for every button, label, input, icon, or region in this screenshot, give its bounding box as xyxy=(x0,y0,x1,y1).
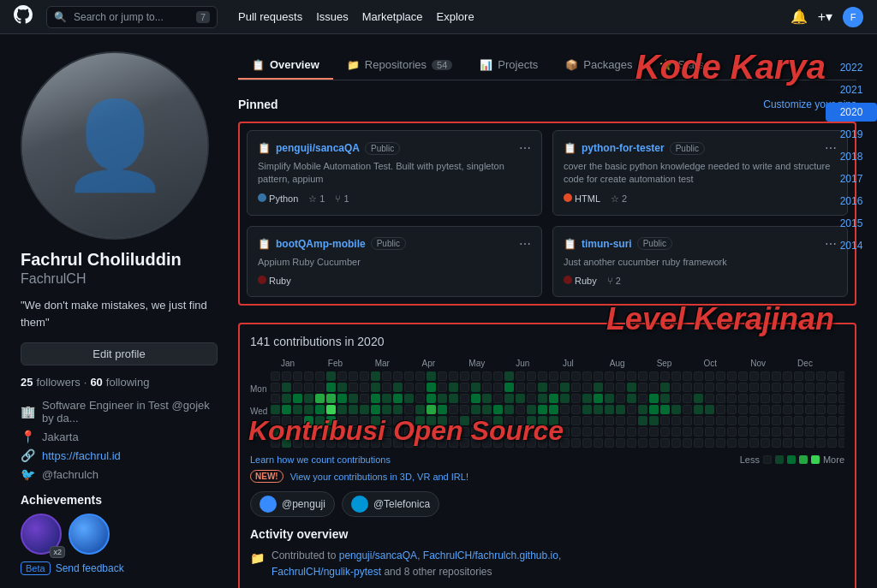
cell-w10-d2[interactable] xyxy=(382,394,391,403)
cell-w25-d4[interactable] xyxy=(549,416,558,425)
cell-w16-d5[interactable] xyxy=(449,427,458,437)
cell-w32-d6[interactable] xyxy=(627,438,636,448)
cell-w1-d2[interactable] xyxy=(282,394,291,403)
view-3d-link[interactable]: View your contributions in 3D, VR and IR… xyxy=(290,472,468,482)
edit-profile-button[interactable]: Edit profile xyxy=(21,342,218,365)
cell-w31-d4[interactable] xyxy=(616,416,625,425)
cell-w24-d3[interactable] xyxy=(538,405,547,414)
cell-w11-d3[interactable] xyxy=(393,405,403,414)
cell-w26-d3[interactable] xyxy=(560,405,570,414)
cell-w46-d3[interactable] xyxy=(783,405,792,414)
cell-w8-d0[interactable] xyxy=(360,371,369,381)
tab-repositories[interactable]: 📁 Repositories 54 xyxy=(333,51,467,80)
cell-w40-d4[interactable] xyxy=(716,416,725,425)
cell-w40-d2[interactable] xyxy=(716,394,725,403)
cell-w29-d5[interactable] xyxy=(594,427,603,437)
cell-w23-d0[interactable] xyxy=(527,371,536,381)
cell-w30-d3[interactable] xyxy=(605,405,614,414)
cell-w2-d4[interactable] xyxy=(293,416,302,425)
cell-w49-d0[interactable] xyxy=(816,371,826,381)
cell-w33-d0[interactable] xyxy=(638,371,647,381)
tab-packages[interactable]: 📦 Packages xyxy=(552,51,646,80)
cell-w27-d5[interactable] xyxy=(571,427,581,437)
cell-w7-d3[interactable] xyxy=(349,405,358,414)
cell-w48-d5[interactable] xyxy=(805,427,814,437)
cell-w36-d4[interactable] xyxy=(671,416,681,425)
cell-w12-d6[interactable] xyxy=(404,438,414,448)
cell-w9-d5[interactable] xyxy=(371,427,380,437)
cell-w9-d4[interactable] xyxy=(371,416,380,425)
cell-w43-d3[interactable] xyxy=(749,405,759,414)
cell-w33-d3[interactable] xyxy=(638,405,647,414)
cell-w36-d6[interactable] xyxy=(671,438,681,448)
cell-w1-d0[interactable] xyxy=(282,371,291,381)
cell-w43-d6[interactable] xyxy=(749,438,759,448)
cell-w26-d4[interactable] xyxy=(560,416,570,425)
send-feedback-link[interactable]: Send feedback xyxy=(56,562,124,574)
cell-w22-d0[interactable] xyxy=(516,371,525,381)
cell-w16-d4[interactable] xyxy=(449,416,458,425)
cell-w48-d6[interactable] xyxy=(805,438,814,448)
cell-w31-d1[interactable] xyxy=(616,383,625,392)
cell-w30-d1[interactable] xyxy=(605,383,614,392)
search-bar[interactable]: 🔍 Search or jump to... 7 xyxy=(46,6,218,28)
year-2019[interactable]: 2019 xyxy=(826,125,877,144)
cell-w11-d5[interactable] xyxy=(393,427,403,437)
cell-w19-d5[interactable] xyxy=(482,427,492,437)
cell-w14-d6[interactable] xyxy=(427,438,436,448)
cell-w12-d4[interactable] xyxy=(404,416,414,425)
cell-w17-d3[interactable] xyxy=(460,405,469,414)
cell-w37-d2[interactable] xyxy=(683,394,692,403)
cell-w42-d4[interactable] xyxy=(738,416,748,425)
cell-w14-d1[interactable] xyxy=(427,383,436,392)
cell-w30-d2[interactable] xyxy=(605,394,614,403)
cell-w0-d2[interactable] xyxy=(271,394,280,403)
cell-w14-d2[interactable] xyxy=(427,394,436,403)
cell-w29-d4[interactable] xyxy=(594,416,603,425)
cell-w3-d2[interactable] xyxy=(304,394,313,403)
cell-w47-d0[interactable] xyxy=(794,371,803,381)
cell-w45-d1[interactable] xyxy=(772,383,781,392)
cell-w40-d3[interactable] xyxy=(716,405,725,414)
cell-w37-d3[interactable] xyxy=(683,405,692,414)
cell-w31-d2[interactable] xyxy=(616,394,625,403)
cell-w32-d1[interactable] xyxy=(627,383,636,392)
cell-w20-d0[interactable] xyxy=(493,371,503,381)
cell-w39-d3[interactable] xyxy=(705,405,714,414)
cell-w44-d6[interactable] xyxy=(761,438,770,448)
cell-w4-d6[interactable] xyxy=(315,438,325,448)
cell-w34-d5[interactable] xyxy=(649,427,659,437)
cell-w39-d4[interactable] xyxy=(705,416,714,425)
cell-w46-d0[interactable] xyxy=(783,371,792,381)
cell-w45-d5[interactable] xyxy=(772,427,781,437)
cell-w42-d5[interactable] xyxy=(738,427,748,437)
cell-w42-d2[interactable] xyxy=(738,394,748,403)
cell-w2-d2[interactable] xyxy=(293,394,302,403)
cell-w26-d2[interactable] xyxy=(560,394,570,403)
cell-w31-d5[interactable] xyxy=(616,427,625,437)
cell-w21-d0[interactable] xyxy=(504,371,514,381)
cell-w3-d4[interactable] xyxy=(304,416,313,425)
cell-w20-d1[interactable] xyxy=(493,383,503,392)
cell-w6-d5[interactable] xyxy=(337,427,347,437)
cell-w9-d2[interactable] xyxy=(371,394,380,403)
cell-w13-d2[interactable] xyxy=(415,394,425,403)
cell-w0-d4[interactable] xyxy=(271,416,280,425)
cell-w1-d3[interactable] xyxy=(282,405,291,414)
cell-w24-d6[interactable] xyxy=(538,438,547,448)
cell-w1-d5[interactable] xyxy=(282,427,291,437)
cell-w29-d6[interactable] xyxy=(594,438,603,448)
cell-w12-d2[interactable] xyxy=(404,394,414,403)
cell-w24-d2[interactable] xyxy=(538,394,547,403)
cell-w37-d5[interactable] xyxy=(683,427,692,437)
cell-w5-d4[interactable] xyxy=(326,416,336,425)
cell-w47-d2[interactable] xyxy=(794,394,803,403)
cell-w49-d6[interactable] xyxy=(816,438,826,448)
cell-w13-d4[interactable] xyxy=(415,416,425,425)
activity-repo-1[interactable]: penguji/sancaQA xyxy=(339,549,417,561)
cell-w9-d3[interactable] xyxy=(371,405,380,414)
cell-w46-d2[interactable] xyxy=(783,394,792,403)
cell-w40-d1[interactable] xyxy=(716,383,725,392)
cell-w8-d4[interactable] xyxy=(360,416,369,425)
cell-w47-d3[interactable] xyxy=(794,405,803,414)
